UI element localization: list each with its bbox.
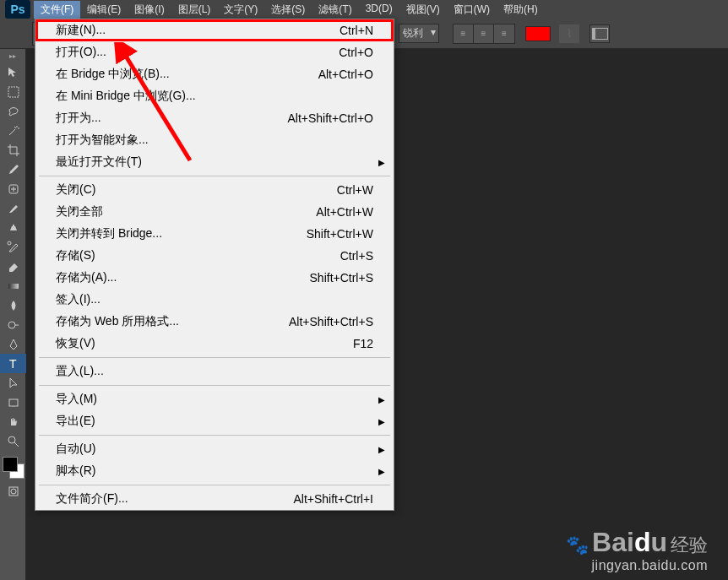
lasso-tool[interactable] [0, 101, 26, 121]
menu-item-6[interactable]: 最近打开文件(T)▶ [35, 151, 394, 173]
svg-rect-6 [9, 399, 18, 406]
dodge-tool[interactable] [0, 315, 26, 334]
menu-3[interactable]: 图层(L) [171, 1, 218, 19]
toolbar: ▸▸ T [0, 49, 26, 580]
menu-2[interactable]: 图像(I) [128, 1, 171, 19]
pen-tool[interactable] [0, 334, 26, 354]
menu-item-15[interactable]: 恢复(V)F12 [35, 333, 394, 355]
menu-item-label: 导出(E) [56, 414, 95, 429]
path-selection-tool[interactable] [0, 373, 26, 393]
foreground-color[interactable] [3, 457, 18, 472]
gradient-tool[interactable] [0, 276, 26, 295]
menu-item-25[interactable]: 文件简介(F)...Alt+Shift+Ctrl+I [35, 488, 394, 510]
file-menu-dropdown: 新建(N)...Ctrl+N打开(O)...Ctrl+O在 Bridge 中浏览… [35, 19, 394, 511]
menu-item-shortcut: Ctrl+S [340, 249, 373, 263]
menu-item-label: 在 Bridge 中浏览(B)... [56, 67, 170, 82]
move-tool[interactable] [0, 62, 26, 82]
menu-separator [39, 485, 390, 485]
blur-tool[interactable] [0, 295, 26, 315]
menu-9[interactable]: 窗口(W) [447, 1, 497, 19]
toolbar-expand[interactable]: ▸▸ [0, 52, 25, 61]
svg-rect-0 [8, 87, 19, 97]
menu-1[interactable]: 编辑(E) [80, 1, 128, 19]
svg-point-9 [11, 489, 16, 494]
eraser-tool[interactable] [0, 257, 26, 276]
clone-stamp-tool[interactable] [0, 218, 26, 237]
submenu-arrow-icon: ▶ [378, 395, 385, 404]
menu-item-label: 文件简介(F)... [56, 491, 128, 507]
menu-item-shortcut: Ctrl+W [337, 183, 373, 197]
history-brush-tool[interactable] [0, 237, 26, 257]
menu-separator [39, 435, 390, 436]
menu-item-12[interactable]: 存储为(A)...Shift+Ctrl+S [35, 267, 394, 289]
menu-item-shortcut: Ctrl+N [340, 24, 373, 37]
menu-item-label: 关闭并转到 Bridge... [56, 226, 162, 241]
menu-item-label: 存储为 Web 所用格式... [56, 314, 179, 329]
menu-item-17[interactable]: 置入(L)... [35, 360, 394, 382]
rectangle-tool[interactable] [0, 393, 26, 412]
menu-5[interactable]: 选择(S) [264, 1, 312, 19]
menu-item-label: 恢复(V) [56, 336, 95, 351]
menu-item-9[interactable]: 关闭全部Alt+Ctrl+W [35, 201, 394, 223]
align-left-button[interactable]: ≡ [454, 24, 474, 43]
antialias-select[interactable]: 锐利 [399, 24, 439, 43]
quickmask-tool[interactable] [0, 481, 26, 501]
menu-0[interactable]: 文件(F) [34, 1, 80, 19]
menu-item-shortcut: Alt+Ctrl+W [316, 205, 373, 219]
menu-item-0[interactable]: 新建(N)...Ctrl+N [35, 19, 394, 41]
menu-item-22[interactable]: 自动(U)▶ [35, 438, 394, 460]
menu-item-8[interactable]: 关闭(C)Ctrl+W [35, 179, 394, 201]
menu-item-shortcut: Ctrl+O [339, 46, 373, 59]
eyedropper-tool[interactable] [0, 160, 26, 179]
warp-text-button[interactable]: ⌇ [559, 24, 579, 43]
magic-wand-tool[interactable] [0, 121, 26, 140]
menu-item-label: 签入(I)... [56, 292, 101, 307]
menu-item-10[interactable]: 关闭并转到 Bridge...Shift+Ctrl+W [35, 223, 394, 245]
menu-item-label: 最近打开文件(T) [56, 154, 142, 170]
svg-rect-3 [8, 284, 19, 289]
type-tool[interactable]: T [0, 354, 26, 373]
menu-item-shortcut: Alt+Ctrl+O [318, 68, 373, 81]
menu-8[interactable]: 视图(V) [399, 1, 447, 19]
menu-item-shortcut: Shift+Ctrl+W [307, 227, 373, 241]
color-tools[interactable] [0, 454, 25, 481]
crop-tool[interactable] [0, 140, 26, 160]
align-center-button[interactable]: ≡ [474, 24, 494, 43]
svg-point-7 [8, 436, 15, 443]
menu-item-14[interactable]: 存储为 Web 所用格式...Alt+Shift+Ctrl+S [35, 311, 394, 333]
menu-item-label: 存储为(A)... [56, 270, 117, 285]
menu-item-1[interactable]: 打开(O)...Ctrl+O [35, 41, 394, 63]
brush-tool[interactable] [0, 198, 26, 218]
menu-item-11[interactable]: 存储(S)Ctrl+S [35, 245, 394, 267]
text-color-swatch[interactable] [525, 26, 551, 41]
svg-point-2 [8, 241, 11, 245]
menu-item-23[interactable]: 脚本(R)▶ [35, 460, 394, 482]
menu-item-shortcut: Alt+Shift+Ctrl+O [287, 111, 373, 125]
menu-item-13[interactable]: 签入(I)... [35, 289, 394, 311]
menu-separator [39, 357, 390, 358]
menu-item-4[interactable]: 打开为...Alt+Shift+Ctrl+O [35, 107, 394, 129]
menu-item-3[interactable]: 在 Mini Bridge 中浏览(G)... [35, 85, 394, 107]
character-panel-button[interactable] [589, 24, 610, 43]
hand-tool[interactable] [0, 412, 26, 431]
menu-item-19[interactable]: 导入(M)▶ [35, 388, 394, 410]
menu-item-label: 置入(L)... [56, 364, 104, 379]
menu-6[interactable]: 滤镜(T) [312, 1, 358, 19]
menu-item-shortcut: Alt+Shift+Ctrl+I [293, 492, 373, 506]
menu-item-20[interactable]: 导出(E)▶ [35, 410, 394, 432]
menu-item-shortcut: Alt+Shift+Ctrl+S [289, 315, 373, 328]
healing-brush-tool[interactable] [0, 179, 26, 198]
menu-item-label: 打开为智能对象... [56, 133, 149, 148]
menu-item-label: 打开(O)... [56, 45, 106, 60]
menu-7[interactable]: 3D(D) [359, 1, 399, 19]
align-right-button[interactable]: ≡ [494, 24, 514, 43]
zoom-tool[interactable] [0, 431, 26, 451]
menu-item-shortcut: Shift+Ctrl+S [310, 271, 373, 285]
menu-10[interactable]: 帮助(H) [497, 1, 545, 19]
menu-4[interactable]: 文字(Y) [217, 1, 264, 19]
submenu-arrow-icon: ▶ [378, 417, 385, 426]
menu-item-5[interactable]: 打开为智能对象... [35, 129, 394, 151]
marquee-tool[interactable] [0, 82, 26, 101]
menu-item-2[interactable]: 在 Bridge 中浏览(B)...Alt+Ctrl+O [35, 63, 394, 85]
menubar: Ps 文件(F)编辑(E)图像(I)图层(L)文字(Y)选择(S)滤镜(T)3D… [0, 0, 728, 19]
